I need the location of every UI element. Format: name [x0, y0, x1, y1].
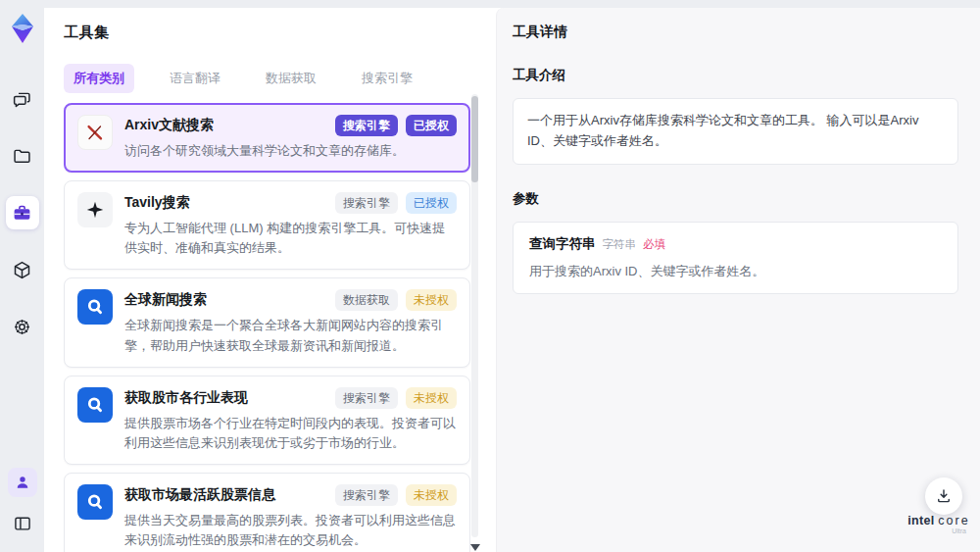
- tool-description: 访问各个研究领域大量科学论文和文章的存储库。: [124, 141, 457, 161]
- detail-title: 工具详情: [513, 24, 958, 41]
- parameter-type: 字符串: [603, 237, 637, 252]
- tool-name: 获取市场最活跃股票信息: [124, 484, 275, 503]
- tool-card[interactable]: Tavily搜索 搜索引擎 已授权 专为人工智能代理 (LLM) 构建的搜索引擎…: [64, 180, 470, 270]
- brand-primary: intel: [907, 514, 934, 527]
- intro-card: 一个用于从Arxiv存储库搜索科学论文和文章的工具。 输入可以是Arxiv ID…: [513, 98, 958, 165]
- intel-core-logo: intel core Ultra: [904, 514, 974, 534]
- arxiv-logo-icon: [77, 115, 113, 150]
- tool-detail-panel: 工具详情 工具介绍 一个用于从Arxiv存储库搜索科学论文和文章的工具。 输入可…: [496, 8, 980, 552]
- brand-sub: Ultra: [904, 527, 974, 534]
- search-q-icon: [84, 296, 106, 318]
- collapse-panel-icon[interactable]: [6, 507, 39, 540]
- tool-card[interactable]: Arxiv文献搜索 搜索引擎 已授权 访问各个研究领域大量科学论文和文章的存储库…: [64, 103, 470, 173]
- parameter-description: 用于搜索的Arxiv ID、关键字或作者姓名。: [529, 262, 942, 281]
- tavily-star-icon: [84, 199, 106, 221]
- tools-panel: 工具集 所有类别 语言翻译 数据获取 搜索引擎: [44, 8, 496, 552]
- category-badge: 搜索引擎: [335, 115, 398, 136]
- toolbox-icon-active[interactable]: [6, 196, 39, 229]
- category-badge: 搜索引擎: [335, 192, 398, 214]
- intro-heading: 工具介绍: [513, 67, 958, 84]
- tab-language-translation[interactable]: 语言翻译: [160, 64, 230, 93]
- cube-icon[interactable]: [6, 253, 39, 286]
- auth-status-badge: 未授权: [406, 387, 457, 409]
- params-heading: 参数: [513, 190, 958, 208]
- tool-description: 提供当天交易量最高的股票列表。投资者可以利用这些信息来识别流动性强的股票和潜在的…: [124, 511, 457, 550]
- main-content: 工具集 所有类别 语言翻译 数据获取 搜索引擎: [44, 8, 980, 552]
- category-tabs: 所有类别 语言翻译 数据获取 搜索引擎: [64, 64, 496, 93]
- news-search-icon: [77, 289, 113, 325]
- parameter-name: 查询字符串: [529, 235, 596, 253]
- param-list: 查询字符串 字符串 必填 用于搜索的Arxiv ID、关键字或作者姓名。: [513, 222, 958, 295]
- download-icon: [935, 487, 953, 505]
- auth-status-badge: 已授权: [406, 192, 457, 214]
- tool-card[interactable]: 全球新闻搜索 数据获取 未授权 全球新闻搜索是一个聚合全球各大新闻网站内容的搜索…: [64, 277, 470, 367]
- tab-all-categories[interactable]: 所有类别: [64, 64, 134, 93]
- page-title: 工具集: [64, 24, 496, 42]
- tab-search-engine[interactable]: 搜索引擎: [352, 64, 422, 93]
- tool-card[interactable]: 获取股市各行业表现 搜索引擎 未授权 提供股票市场各个行业在特定时间段内的表现。…: [64, 376, 470, 465]
- left-icon-rail: [0, 0, 44, 552]
- search-q-icon: [84, 394, 106, 416]
- scroll-down-arrow-icon[interactable]: [470, 544, 480, 551]
- stock-search-icon: [77, 387, 113, 423]
- tavily-star-icon: [77, 192, 113, 227]
- tool-list: Arxiv文献搜索 搜索引擎 已授权 访问各个研究领域大量科学论文和文章的存储库…: [64, 103, 470, 552]
- tool-name: 获取股市各行业表现: [124, 387, 248, 406]
- tool-card[interactable]: 获取市场最活跃股票信息 搜索引擎 未授权 提供当天交易量最高的股票列表。投资者可…: [64, 473, 470, 552]
- app-window: 工具集 所有类别 语言翻译 数据获取 搜索引擎: [0, 0, 980, 552]
- tab-data-fetching[interactable]: 数据获取: [256, 64, 326, 93]
- app-logo-icon: [7, 12, 38, 45]
- tool-description: 提供股票市场各个行业在特定时间段内的表现。投资者可以利用这些信息来识别表现优于或…: [124, 414, 457, 453]
- settings-gear-icon[interactable]: [6, 310, 39, 343]
- parameter-card: 查询字符串 字符串 必填 用于搜索的Arxiv ID、关键字或作者姓名。: [513, 222, 958, 295]
- folder-icon[interactable]: [6, 139, 39, 173]
- arxiv-logo-icon: [84, 122, 106, 143]
- download-button[interactable]: [925, 477, 962, 515]
- parameter-required-badge: 必填: [643, 237, 665, 252]
- category-badge: 搜索引擎: [335, 484, 398, 506]
- chat-icon[interactable]: [6, 82, 39, 116]
- brand-secondary: core: [938, 514, 969, 527]
- auth-status-badge: 未授权: [406, 484, 457, 506]
- auth-status-badge: 未授权: [406, 289, 457, 311]
- tool-description: 专为人工智能代理 (LLM) 构建的搜索引擎工具。可快速提供实时、准确和真实的结…: [124, 219, 457, 258]
- category-badge: 搜索引擎: [335, 387, 398, 409]
- category-badge: 数据获取: [335, 289, 398, 311]
- tool-name: Arxiv文献搜索: [124, 115, 214, 133]
- auth-status-badge: 已授权: [406, 115, 457, 136]
- stock-search-icon: [77, 484, 113, 520]
- tool-description: 全球新闻搜索是一个聚合全球各大新闻网站内容的搜索引擎，帮助用户快速获取全球最新资…: [124, 316, 457, 355]
- list-scrollbar[interactable]: [471, 94, 478, 537]
- tool-name: Tavily搜索: [124, 192, 190, 211]
- search-q-icon: [84, 491, 106, 513]
- scrollbar-thumb[interactable]: [471, 96, 478, 182]
- tool-name: 全球新闻搜索: [124, 289, 207, 308]
- user-profile-icon[interactable]: [8, 468, 37, 497]
